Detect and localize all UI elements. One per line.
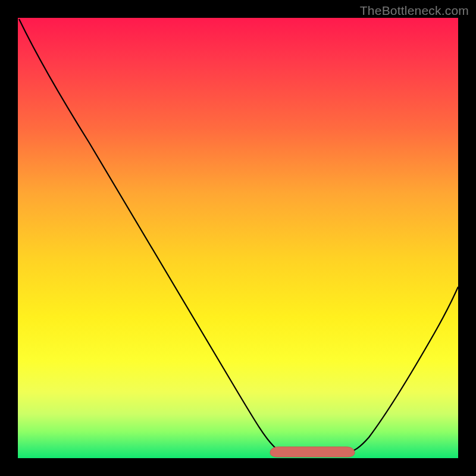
plot-area [18,18,458,458]
curve-svg [18,18,458,458]
watermark-text: TheBottleneck.com [360,4,469,18]
chart-frame: TheBottleneck.com [0,0,476,476]
estimated-optimal-band-path [270,447,355,457]
bottleneck-curve-path [19,19,458,454]
